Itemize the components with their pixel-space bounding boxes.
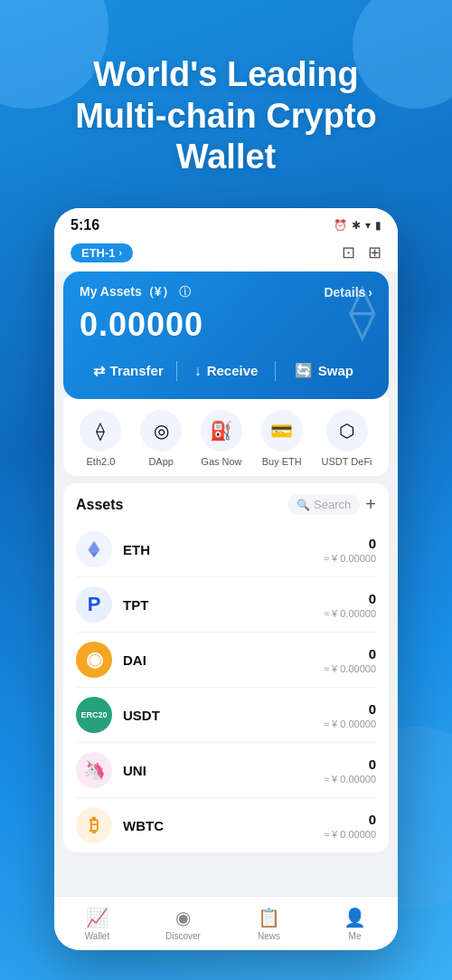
transfer-label: Transfer [110,363,164,378]
assets-details-link[interactable]: Details › [324,285,372,300]
details-arrow-icon: › [368,285,372,300]
status-icons: ⏰ ✱ ▾ ▮ [334,219,381,232]
swap-label: Swap [318,363,353,378]
usdt-value: ≈ ¥ 0.00000 [324,718,376,729]
tpt-value: ≈ ¥ 0.00000 [324,608,376,619]
quick-usdt-defi[interactable]: ⬡ USDT DeFi [322,410,372,467]
usdt-defi-label: USDT DeFi [322,456,372,467]
assets-section: Assets 🔍 Search + ETH [63,483,389,852]
uni-amount: 0 [324,756,376,772]
tpt-token-icon: P [76,586,112,623]
eth-amount: 0 [324,536,376,551]
uni-token-icon: 🦄 [76,752,112,788]
token-row-eth[interactable]: ETH 0 ≈ ¥ 0.00000 [76,522,376,577]
buy-eth-icon: 💳 [261,410,303,452]
uni-token-balance: 0 ≈ ¥ 0.00000 [324,756,376,785]
network-badge[interactable]: ETH-1 › [71,243,133,262]
assets-section-title: Assets [76,497,123,513]
usdt-token-icon: ERC20 [76,697,112,733]
dai-amount: 0 [324,646,376,661]
search-box[interactable]: 🔍 Search [287,494,360,515]
assets-section-header: Assets 🔍 Search + [63,483,389,522]
swap-icon: 🔄 [295,362,313,379]
transfer-icon: ⇄ [93,362,105,379]
dapp-icon: ◎ [140,410,182,452]
wbtc-token-icon: ₿ [76,807,112,843]
bluetooth-icon: ✱ [352,219,361,232]
wifi-icon: ▾ [365,219,371,232]
quick-actions: ⟠ Eth2.0 ◎ DApp ⛽ Gas Now 💳 Buy ETH ⬡ US… [63,397,389,476]
battery-icon: ▮ [375,219,381,232]
eth2-label: Eth2.0 [86,456,115,467]
assets-info-icon[interactable]: ⓘ [179,284,191,300]
news-nav-icon: 📋 [258,907,280,928]
nav-wallet[interactable]: 📈 Wallet [54,907,140,941]
tpt-amount: 0 [324,591,376,606]
status-time: 5:16 [71,217,99,233]
dai-token-name: DAI [123,652,324,668]
receive-label: Receive [207,363,259,378]
action-buttons: ⇄ Transfer ↓ Receive 🔄 Swap [80,357,372,385]
tpt-token-name: TPT [123,597,324,613]
wbtc-value: ≈ ¥ 0.00000 [324,829,376,840]
gas-now-label: Gas Now [201,456,241,467]
transfer-button[interactable]: ⇄ Transfer [80,357,176,385]
nav-discover[interactable]: ◉ Discover [140,907,226,941]
usdt-defi-icon: ⬡ [326,410,368,452]
assets-amount: 0.00000 [80,306,372,344]
bottom-nav: 📈 Wallet ◉ Discover 📋 News 👤 Me [54,896,398,950]
search-icon: 🔍 [297,499,310,511]
status-bar: 5:16 ⏰ ✱ ▾ ▮ [54,208,398,239]
network-actions: ⊡ ⊞ [342,243,381,262]
swap-button[interactable]: 🔄 Swap [276,357,372,385]
assets-label: My Assets（¥） ⓘ [80,284,191,300]
add-token-button[interactable]: + [365,494,376,515]
quick-buy-eth[interactable]: 💳 Buy ETH [261,410,303,467]
hero-title: World's Leading Multi-chain Crypto Walle… [27,54,425,178]
discover-nav-label: Discover [165,931,201,941]
uni-value: ≈ ¥ 0.00000 [324,774,376,785]
camera-icon[interactable]: ⊡ [342,243,355,262]
tpt-token-balance: 0 ≈ ¥ 0.00000 [324,591,376,619]
news-nav-label: News [258,931,280,941]
wbtc-token-name: WBTC [123,818,324,833]
network-label: ETH-1 [81,246,116,260]
alarm-icon: ⏰ [334,219,347,232]
wallet-nav-icon: 📈 [86,907,108,928]
assets-card: ⟠ My Assets（¥） ⓘ Details › 0.00000 ⇄ Tra… [63,271,389,399]
quick-dapp[interactable]: ◎ DApp [140,410,182,467]
quick-gas-now[interactable]: ⛽ Gas Now [201,410,242,467]
token-list: ETH 0 ≈ ¥ 0.00000 P TPT 0 ≈ ¥ 0.00000 ◉ … [63,522,389,852]
hero-section: World's Leading Multi-chain Crypto Walle… [0,54,452,178]
uni-token-name: UNI [123,763,324,778]
wallet-nav-label: Wallet [85,931,109,941]
receive-button[interactable]: ↓ Receive [177,357,274,385]
wbtc-amount: 0 [324,812,376,827]
phone-frame: 5:16 ⏰ ✱ ▾ ▮ ETH-1 › ⊡ ⊞ ⟠ My Assets（¥） … [54,208,398,950]
token-row-dai[interactable]: ◉ DAI 0 ≈ ¥ 0.00000 [76,633,376,688]
nav-news[interactable]: 📋 News [226,907,312,941]
eth-token-icon [76,531,112,567]
assets-header: My Assets（¥） ⓘ Details › [80,284,372,300]
token-row-uni[interactable]: 🦄 UNI 0 ≈ ¥ 0.00000 [76,743,376,798]
eth-value: ≈ ¥ 0.00000 [324,553,376,564]
dai-token-balance: 0 ≈ ¥ 0.00000 [324,646,376,674]
quick-eth2[interactable]: ⟠ Eth2.0 [80,410,121,467]
usdt-amount: 0 [324,701,376,717]
token-row-tpt[interactable]: P TPT 0 ≈ ¥ 0.00000 [76,577,376,633]
receive-icon: ↓ [194,363,202,379]
search-area: 🔍 Search + [287,494,376,515]
eth-token-name: ETH [123,542,324,557]
token-row-usdt[interactable]: ERC20 USDT 0 ≈ ¥ 0.00000 [76,688,376,743]
dapp-label: DApp [148,456,174,467]
eth2-icon: ⟠ [80,410,121,452]
buy-eth-label: Buy ETH [262,456,302,467]
qr-icon[interactable]: ⊞ [368,243,381,262]
me-nav-icon: 👤 [344,907,366,928]
token-row-wbtc[interactable]: ₿ WBTC 0 ≈ ¥ 0.00000 [76,798,376,852]
nav-me[interactable]: 👤 Me [312,907,398,941]
eth-token-balance: 0 ≈ ¥ 0.00000 [324,536,376,564]
network-bar: ETH-1 › ⊡ ⊞ [54,239,398,271]
dai-token-icon: ◉ [76,642,112,678]
dai-value: ≈ ¥ 0.00000 [324,663,376,674]
